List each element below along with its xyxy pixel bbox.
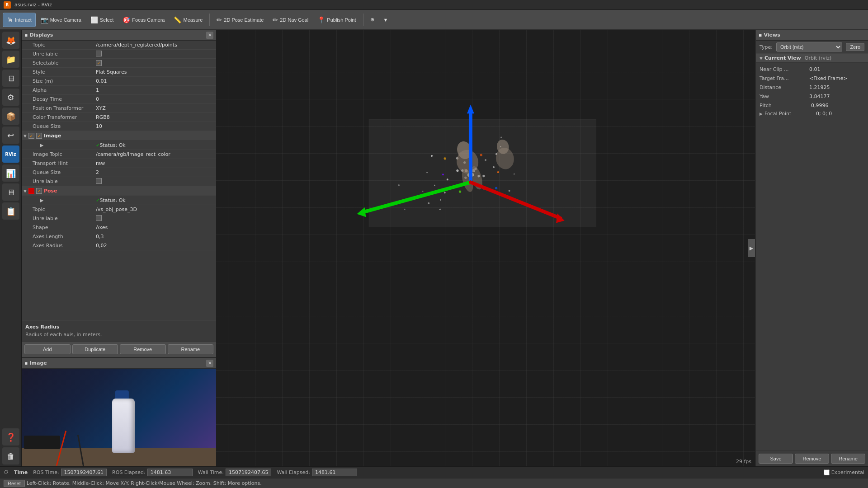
image-status-expand: ▶ [24,142,96,148]
image-checkbox[interactable] [28,133,34,139]
prop-pose-topic-value: /vs_obj_pose_3D [96,206,214,212]
ros-time-label: ROS Time: [33,469,59,475]
prop-selectable: Selectable [22,59,216,68]
wall-elapsed-value: 1481.61 [312,469,357,476]
app-launcher-icon-1[interactable]: 🦊 [2,32,19,49]
displays-content[interactable]: Topic /camera/depth_registered/points Un… [22,41,216,320]
prop-selectable-label: Selectable [24,60,96,66]
pose-estimate-button[interactable]: ✏ 2D Pose Estimate [212,13,268,27]
prop-size-value: 0,01 [96,78,214,84]
image-status-ok-icon: ✓ [96,143,99,148]
displays-close-button[interactable]: ✕ [206,32,213,39]
dropdown-button[interactable]: ▼ [379,13,392,27]
image-enable-checkbox[interactable] [36,133,42,139]
app-launcher-icon-2[interactable]: 📁 [2,51,19,68]
app-launcher-icon-10[interactable]: 📋 [2,202,19,220]
remove-button[interactable]: Remove [120,344,166,354]
move-camera-button[interactable]: 📷 Move Camera [37,13,85,27]
app-launcher-icon-11[interactable]: ❓ [2,428,19,446]
toolbar: 🖱 Interact 📷 Move Camera ⬜ Select 🎯 Focu… [0,10,868,30]
image-panel-icon: ▪ [24,360,28,366]
prop-alpha-label: Alpha [24,87,96,93]
experimental-label: Experimental [831,469,864,475]
prop-color-transformer-value: RGB8 [96,114,214,120]
experimental-checkbox[interactable] [824,469,830,475]
views-panel: ▪ Views Type: Orbit (rviz) Zero ▼ Curren… [755,30,868,466]
views-type-row: Type: Orbit (rviz) Zero [756,41,868,54]
ros-elapsed-label: ROS Elapsed: [112,469,146,475]
add-button[interactable]: Add [24,344,71,354]
pose-section-header[interactable]: ▼ Pose [22,186,216,196]
3d-viewport[interactable]: ▶ 29 fps [216,30,755,466]
app-launcher-icon-8[interactable]: 📊 [2,164,19,182]
prop-queue-size-1-label: Queue Size [24,123,96,129]
image-section-header[interactable]: ▼ Image [22,131,216,141]
image-panel-close-button[interactable]: ✕ [206,360,213,367]
views-panel-header: ▪ Views [756,30,868,41]
displays-panel: ▪ Displays ✕ Topic /camera/depth_registe… [22,30,216,358]
rename-button[interactable]: Rename [168,344,214,354]
interact-label: Interact [15,17,32,23]
displays-panel-header: ▪ Displays ✕ [22,30,216,41]
views-properties: Near Clip ... 0,01 Target Fra... <Fixed … [756,63,868,450]
ros-elapsed-field: ROS Elapsed: 1481.63 [112,469,193,476]
nav-goal-button[interactable]: ✏ 2D Nav Goal [269,13,312,27]
app-launcher-icon-3[interactable]: 🖥 [2,70,19,87]
prop-pose-unreliable: Unreliable [22,214,216,223]
reset-button[interactable]: Reset [4,480,25,487]
unreliable-1-checkbox[interactable] [96,51,102,56]
views-current-type: Orbit (rviz) [805,55,831,61]
app-launcher-rviz[interactable]: RViz [2,145,19,163]
focal-point-header[interactable]: ▶ Focal Point 0; 0; 0 [758,110,866,117]
select-button[interactable]: ⬜ Select [86,13,118,27]
pose-unreliable-checkbox[interactable] [96,215,102,221]
move-camera-icon: 📷 [41,16,48,23]
extra-button[interactable]: ⊕ [366,13,378,27]
prop-queue-size-2-value: 2 [96,169,214,175]
pose-estimate-icon: ✏ [217,16,222,23]
prop-transport-hint: Transport Hint raw [22,159,216,168]
view-distance-label: Distance [760,84,809,90]
displays-panel-icon: ▪ [24,32,28,38]
svg-rect-49 [369,119,596,227]
pose-enable-checkbox[interactable] [36,188,42,194]
pose-status-row: ▶ ✓ Status: Ok [22,196,216,205]
prop-decay-time-value: 0 [96,96,214,102]
app-launcher-icon-9[interactable]: 🖥 [2,183,19,201]
titlebar: R asus.rviz - RViz [0,0,868,10]
experimental-field: Experimental [824,469,864,475]
view-yaw-label: Yaw [760,94,809,99]
views-zero-button[interactable]: Zero [846,43,864,51]
views-type-select[interactable]: Orbit (rviz) [776,42,842,52]
focus-camera-button[interactable]: 🎯 Focus Camera [118,13,169,27]
viewport-nav-arrow[interactable]: ▶ [748,239,755,257]
app-launcher: 🦊 📁 🖥 ⚙ 📦 ↩ RViz 📊 🖥 📋 ❓ 🗑 [0,30,22,466]
publish-point-button[interactable]: 📍 Publish Point [313,13,360,27]
prop-style-label: Style [24,69,96,75]
image-panel-title: Image [29,360,47,366]
app-launcher-icon-5[interactable]: 📦 [2,108,19,125]
app-launcher-icon-4[interactable]: ⚙ [2,89,19,106]
views-remove-button[interactable]: Remove [795,454,829,464]
image-expand-arrow: ▼ [24,134,27,138]
camera-image-simulation [22,369,216,466]
equipment-dark [24,436,60,449]
svg-marker-51 [467,104,474,113]
interact-button[interactable]: 🖱 Interact [3,13,36,27]
dropdown-icon: ▼ [383,17,388,23]
bottom-bar: Reset Left-Click: Rotate. Middle-Click: … [0,478,868,488]
unreliable-2-checkbox[interactable] [96,178,102,184]
views-rename-button[interactable]: Rename [831,454,865,464]
image-viewport [22,369,216,466]
app-launcher-icon-12[interactable]: 🗑 [2,447,19,465]
prop-size-label: Size (m) [24,78,96,84]
views-type-label: Type: [760,44,773,50]
prop-color-transformer: Color Transformer RGB8 [22,113,216,122]
selectable-checkbox[interactable] [96,60,102,66]
measure-button[interactable]: 📏 Measure [170,13,207,27]
prop-decay-time-label: Decay Time [24,96,96,102]
prop-style-value: Flat Squares [96,69,214,75]
duplicate-button[interactable]: Duplicate [72,344,118,354]
app-launcher-icon-6[interactable]: ↩ [2,127,19,144]
views-save-button[interactable]: Save [759,454,793,464]
